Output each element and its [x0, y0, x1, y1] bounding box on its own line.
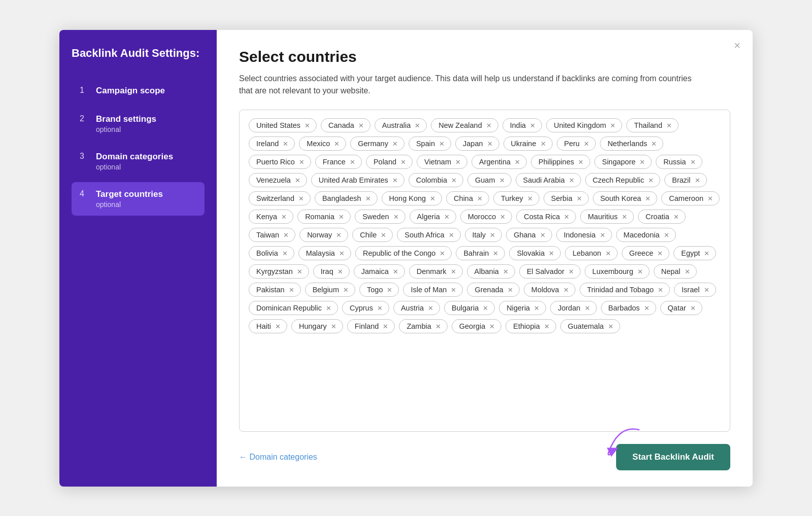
country-tag-remove[interactable]: ✕ — [500, 214, 505, 220]
country-tag-remove[interactable]: ✕ — [486, 122, 492, 129]
country-tag-remove[interactable]: ✕ — [577, 195, 582, 202]
country-tag-remove[interactable]: ✕ — [282, 250, 288, 257]
country-tag-remove[interactable]: ✕ — [400, 159, 406, 165]
country-tag-remove[interactable]: ✕ — [645, 195, 651, 202]
country-tag-remove[interactable]: ✕ — [515, 159, 520, 165]
country-tag-remove[interactable]: ✕ — [610, 122, 616, 129]
country-tag-remove[interactable]: ✕ — [651, 141, 657, 147]
country-tag-remove[interactable]: ✕ — [281, 214, 287, 220]
country-tag-remove[interactable]: ✕ — [658, 287, 663, 293]
country-tag-remove[interactable]: ✕ — [439, 250, 445, 257]
country-tag-remove[interactable]: ✕ — [493, 250, 498, 257]
country-tag-remove[interactable]: ✕ — [343, 287, 349, 293]
country-tag-remove[interactable]: ✕ — [387, 287, 392, 293]
country-tag-remove[interactable]: ✕ — [289, 287, 294, 293]
country-tag-remove[interactable]: ✕ — [283, 141, 288, 147]
country-tag-remove[interactable]: ✕ — [540, 141, 546, 147]
country-tag-remove[interactable]: ✕ — [377, 305, 383, 312]
country-tag-remove[interactable]: ✕ — [644, 305, 650, 312]
country-tag-remove[interactable]: ✕ — [451, 268, 456, 275]
country-tag-remove[interactable]: ✕ — [503, 268, 509, 275]
country-tag-remove[interactable]: ✕ — [489, 323, 495, 330]
country-tag-remove[interactable]: ✕ — [569, 177, 574, 184]
country-tag-remove[interactable]: ✕ — [331, 323, 336, 330]
country-tag-remove[interactable]: ✕ — [297, 268, 302, 275]
sidebar-item-1[interactable]: 1 Campaign scope — [72, 79, 205, 103]
country-tag-remove[interactable]: ✕ — [578, 159, 584, 165]
close-button[interactable]: × — [734, 40, 740, 51]
country-tag-remove[interactable]: ✕ — [455, 159, 461, 165]
country-tag-remove[interactable]: ✕ — [451, 287, 456, 293]
sidebar-item-4[interactable]: 4 Target countries optional — [72, 182, 205, 216]
country-tag-remove[interactable]: ✕ — [275, 323, 281, 330]
country-tag-remove[interactable]: ✕ — [639, 159, 645, 165]
country-tag-remove[interactable]: ✕ — [350, 159, 355, 165]
country-tag-remove[interactable]: ✕ — [334, 141, 340, 147]
country-tag-remove[interactable]: ✕ — [283, 232, 289, 238]
country-tag-remove[interactable]: ✕ — [527, 195, 533, 202]
country-tag-remove[interactable]: ✕ — [339, 214, 344, 220]
country-tag-remove[interactable]: ✕ — [393, 268, 398, 275]
country-tag-remove[interactable]: ✕ — [358, 122, 364, 129]
country-tag-remove[interactable]: ✕ — [415, 122, 420, 129]
country-tag-remove[interactable]: ✕ — [477, 195, 483, 202]
country-tag-remove[interactable]: ✕ — [695, 177, 700, 184]
country-tag-remove[interactable]: ✕ — [584, 141, 589, 147]
country-tag-remove[interactable]: ✕ — [605, 250, 611, 257]
country-tag-remove[interactable]: ✕ — [707, 195, 713, 202]
country-tag-remove[interactable]: ✕ — [483, 305, 488, 312]
country-tag-remove[interactable]: ✕ — [600, 232, 605, 238]
country-tag-remove[interactable]: ✕ — [435, 323, 441, 330]
country-tag-remove[interactable]: ✕ — [549, 250, 554, 257]
start-audit-button[interactable]: Start Backlink Audit — [616, 444, 730, 470]
country-tag-remove[interactable]: ✕ — [648, 177, 654, 184]
country-tag-remove[interactable]: ✕ — [392, 177, 398, 184]
country-tag-remove[interactable]: ✕ — [673, 214, 679, 220]
country-tag-remove[interactable]: ✕ — [326, 305, 331, 312]
country-tag-remove[interactable]: ✕ — [534, 305, 539, 312]
country-tag-remove[interactable]: ✕ — [666, 122, 672, 129]
country-tag-remove[interactable]: ✕ — [690, 305, 696, 312]
country-tag-remove[interactable]: ✕ — [568, 268, 574, 275]
country-tag-remove[interactable]: ✕ — [563, 287, 569, 293]
country-tag-remove[interactable]: ✕ — [704, 287, 709, 293]
country-tag-remove[interactable]: ✕ — [393, 214, 399, 220]
country-tag-remove[interactable]: ✕ — [383, 323, 388, 330]
country-tag-remove[interactable]: ✕ — [439, 141, 445, 147]
country-tag-remove[interactable]: ✕ — [690, 159, 696, 165]
country-tag-remove[interactable]: ✕ — [664, 232, 669, 238]
country-tag-remove[interactable]: ✕ — [339, 250, 345, 257]
country-tag-remove[interactable]: ✕ — [304, 122, 310, 129]
country-tag-remove[interactable]: ✕ — [428, 305, 433, 312]
country-tag-remove[interactable]: ✕ — [381, 232, 386, 238]
sidebar-item-2[interactable]: 2 Brand settings optional — [72, 107, 205, 141]
country-tag-remove[interactable]: ✕ — [336, 232, 342, 238]
country-tag-remove[interactable]: ✕ — [499, 177, 505, 184]
country-tag-remove[interactable]: ✕ — [540, 232, 546, 238]
country-tag-remove[interactable]: ✕ — [449, 232, 454, 238]
country-tag-remove[interactable]: ✕ — [564, 214, 569, 220]
country-tag-remove[interactable]: ✕ — [585, 305, 590, 312]
back-link[interactable]: ← Domain categories — [239, 453, 317, 462]
country-tag-remove[interactable]: ✕ — [299, 159, 304, 165]
country-tag-remove[interactable]: ✕ — [392, 141, 398, 147]
country-tag-remove[interactable]: ✕ — [530, 122, 535, 129]
country-tag-remove[interactable]: ✕ — [637, 268, 643, 275]
country-tag-remove[interactable]: ✕ — [295, 177, 300, 184]
country-tag-remove[interactable]: ✕ — [622, 214, 627, 220]
country-tag-remove[interactable]: ✕ — [365, 195, 371, 202]
country-tag-remove[interactable]: ✕ — [490, 232, 495, 238]
country-tag-remove[interactable]: ✕ — [298, 195, 304, 202]
country-tag-remove[interactable]: ✕ — [337, 268, 343, 275]
country-tag-remove[interactable]: ✕ — [657, 250, 663, 257]
country-tag-remove[interactable]: ✕ — [507, 287, 513, 293]
country-tag-remove[interactable]: ✕ — [430, 195, 435, 202]
country-tag-remove[interactable]: ✕ — [444, 214, 450, 220]
country-tag-remove[interactable]: ✕ — [608, 323, 614, 330]
sidebar-item-3[interactable]: 3 Domain categories optional — [72, 145, 205, 178]
country-tag-remove[interactable]: ✕ — [487, 141, 493, 147]
country-tag-remove[interactable]: ✕ — [451, 177, 457, 184]
country-tag-remove[interactable]: ✕ — [544, 323, 550, 330]
country-tag-remove[interactable]: ✕ — [685, 268, 690, 275]
country-tag-remove[interactable]: ✕ — [704, 250, 709, 257]
